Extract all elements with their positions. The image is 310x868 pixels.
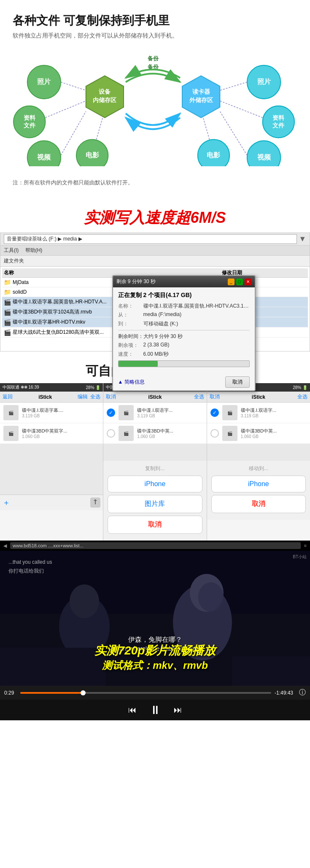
diagram-container: 设备 内储存区 读卡器 外储存区 备份 备份 照片 资料	[13, 48, 297, 166]
dialog-speed-row: 速度： 6.00 MB/秒	[118, 351, 250, 358]
file-name: 碟中谍.I.双语字幕....	[22, 407, 73, 414]
svg-text:文件: 文件	[24, 122, 36, 129]
file-icon: 🎬	[4, 319, 11, 326]
check-circle[interactable]	[210, 429, 219, 438]
checkmark: ✓	[213, 410, 217, 416]
video-bottom-controls: ⏮ ⏸ ⏭	[0, 700, 310, 720]
video-other-subtitle2: 你打电话给我们	[8, 568, 44, 575]
dialog-name-row: 名称： 碟中谍.I.双语字幕.国英音轨.HR-HDTV.AC3.1024X576…	[118, 303, 250, 310]
move-to-iphone-btn[interactable]: iPhone	[211, 476, 306, 492]
navbar-title-right: iStick	[222, 394, 295, 400]
file-extra	[272, 319, 306, 326]
list-item[interactable]: 🎬 碟中谍.I.双语字幕.... 3.119 GB	[0, 403, 103, 423]
dialog-cancel-btn[interactable]: 取消	[225, 376, 250, 388]
fm-menu-tools[interactable]: 工具(I)	[4, 247, 19, 253]
file-info: 碟中谍3BD中英双字... 1.060 GB	[22, 428, 100, 439]
navbar-select-middle[interactable]: 全选	[194, 393, 204, 400]
video-forward-btn[interactable]: ⏭	[174, 705, 182, 715]
check-circle[interactable]	[107, 429, 115, 438]
copy-to-photos-btn[interactable]: 图片库	[108, 495, 202, 513]
move-cancel-btn[interactable]: 取消	[211, 495, 306, 513]
navbar-cancel-middle[interactable]: 取消	[106, 393, 116, 400]
file-extra	[272, 308, 306, 316]
file-extra	[272, 329, 306, 336]
iphone-filelist-left: 🎬 碟中谍.I.双语字幕.... 3.119 GB 🎬 碟中谍3BD中英双字..…	[0, 403, 103, 444]
svg-line-10	[61, 82, 86, 90]
video-subtitle-other2: 你打电话给我们	[8, 568, 44, 575]
file-name: 碟中谍3BD中英...	[137, 428, 188, 434]
navbar-cancel-right[interactable]: 取消	[210, 393, 220, 400]
svg-text:资料: 资料	[24, 114, 36, 121]
file-thumbnail: 🎬	[222, 426, 237, 441]
svg-line-27	[220, 101, 262, 118]
video-info-btn[interactable]: ⓘ	[299, 688, 306, 697]
dialog-titlebar-btns: _ □ ✕	[228, 279, 251, 285]
check-circle[interactable]: ✓	[107, 408, 115, 417]
dialog-titlebar: 剩余 9 分钟 30 秒 _ □ ✕	[113, 276, 255, 287]
list-item[interactable]: 🎬 碟中谍3BD中英双字... 1.060 GB	[0, 423, 103, 444]
video-browser-back[interactable]: ◀	[3, 543, 7, 549]
list-item[interactable]: ✓ 🎬 碟中谍.I.双语字... 3.119 GB	[103, 403, 206, 423]
file-thumbnail: 🎬	[3, 426, 19, 441]
section2-title-container: 实测写入速度超6M/S	[0, 195, 310, 233]
svg-text:设备: 设备	[99, 88, 111, 95]
iphone-navbar-middle: 取消 iStick 全选	[103, 392, 206, 403]
list-item[interactable]: ✓ 🎬 碟中谍.I.双语字... 3.119 GB	[207, 403, 310, 423]
action-sheet-copy: 复制到... iPhone 图片库 取消	[103, 461, 206, 541]
action-sheet-move: 移动到... iPhone 取消	[207, 461, 310, 520]
video-play-pause-btn[interactable]: ⏸	[149, 703, 161, 717]
navbar-select-right[interactable]: 全选	[297, 393, 307, 400]
action-icon-left[interactable]	[90, 498, 100, 508]
video-browser-menu[interactable]: ≡	[304, 543, 307, 548]
navbar-select-left[interactable]: 全选	[90, 393, 100, 400]
dialog-close-btn[interactable]: ✕	[245, 279, 251, 285]
svg-text:视频: 视频	[257, 153, 271, 161]
navbar-back-left[interactable]: 返回	[3, 393, 13, 400]
fm-menu-help[interactable]: 帮助(H)	[25, 247, 43, 253]
navbar-title-left: iStick	[15, 394, 75, 400]
section1-title: 各种文件 可复制保持到手机里	[13, 13, 297, 29]
copy-to-iphone-btn[interactable]: iPhone	[108, 476, 202, 492]
check-circle[interactable]: ✓	[210, 408, 219, 417]
iphone-panel-right: 中国联通 ❋❋ 16:40 28% 🔋 取消 iStick 全选 ✓ 🎬 碟中谍…	[207, 383, 310, 541]
statusbar-carrier-left: 中国联通 ❋❋ 16:39	[3, 384, 39, 390]
file-extra	[272, 279, 306, 286]
list-item[interactable]: 🎬 碟中谍3BD中英... 1.060 GB	[103, 423, 206, 444]
copy-cancel-btn[interactable]: 取消	[108, 516, 202, 534]
action-sheet-move-title: 移动到...	[211, 465, 306, 472]
statusbar-battery-left: 28% 🔋	[86, 385, 101, 390]
iphone-panel-middle: 中国联通 ❋❋ 16:40 28% 🔋 取消 iStick 全选 ✓ 🎬 碟中谍…	[103, 383, 207, 541]
dialog-restore-btn[interactable]: □	[236, 279, 243, 285]
svg-text:外储存区: 外储存区	[189, 97, 213, 103]
file-thumbnail: 🎬	[222, 405, 237, 420]
dialog-minimize-btn[interactable]: _	[228, 279, 235, 285]
dialog-remaining-time: 剩余时间：大约 9 分钟 30 秒	[118, 333, 250, 340]
svg-line-33	[203, 118, 210, 140]
svg-point-42	[198, 582, 224, 612]
video-section: ◀ www.bd518.com ....xxx+www.list... ≡ 伊森…	[0, 541, 310, 720]
iphone-statusbar-left: 中国联通 ❋❋ 16:39 28% 🔋	[0, 383, 103, 392]
video-top-bar: ◀ www.bd518.com ....xxx+www.list... ≡	[0, 541, 310, 551]
file-size: 3.119 GB	[137, 414, 203, 418]
svg-text:备份: 备份	[148, 55, 159, 62]
navbar-edit-left[interactable]: 编辑	[78, 393, 88, 400]
dialog-title: 剩余 9 分钟 30 秒	[116, 278, 156, 285]
video-other-subtitle: ...that you called us	[8, 559, 52, 565]
svg-line-20	[97, 118, 103, 140]
fm-col-extra	[272, 269, 306, 276]
fm-new-folder-btn[interactable]: 建文件夹	[4, 258, 24, 264]
svg-text:内储存区: 内储存区	[93, 97, 116, 103]
video-rewind-btn[interactable]: ⏮	[128, 705, 137, 715]
iphone-filelist-right: ✓ 🎬 碟中谍.I.双语字... 3.119 GB 🎬 碟中谍3BD中英... …	[207, 403, 310, 444]
video-progress-bar[interactable]	[20, 692, 271, 694]
file-icon: 🎬	[4, 309, 11, 316]
svg-text:电影: 电影	[86, 151, 100, 159]
dialog-toggle[interactable]: ▲ 简略信息	[118, 379, 145, 386]
list-item[interactable]: 🎬 碟中谍3BD中英... 1.060 GB	[207, 423, 310, 444]
video-url-bar[interactable]: www.bd518.com ....xxx+www.list...	[10, 542, 301, 549]
fm-dropdown-icon[interactable]: ▼	[299, 235, 306, 243]
file-thumbnail: 🎬	[3, 405, 19, 420]
add-btn-left[interactable]: ＋	[3, 498, 10, 508]
video-progress-thumb[interactable]	[81, 690, 86, 695]
video-overlay-title: 实测720p影片流畅播放 测试格式：mkv、rmvb	[0, 643, 310, 672]
